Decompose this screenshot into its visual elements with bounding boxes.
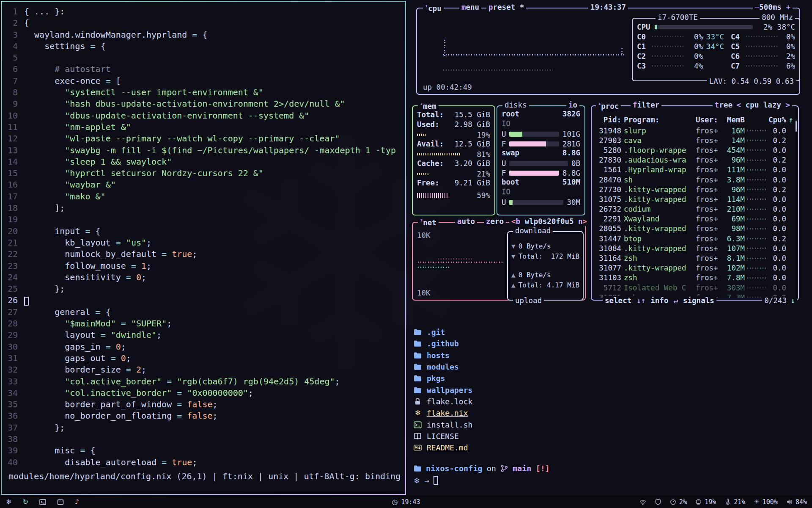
editor-line[interactable]: 6 # autostart bbox=[2, 64, 405, 75]
net-auto-toggle[interactable]: auto bbox=[455, 217, 477, 226]
header-pid[interactable]: Pid: bbox=[596, 116, 621, 124]
menu-button[interactable]: menu bbox=[459, 3, 481, 12]
scroll-down-icon[interactable]: ↓ bbox=[788, 296, 797, 305]
volume-module[interactable]: 84% bbox=[786, 498, 807, 506]
editor-line[interactable]: 34 "col.inactive_border" = "0x00000000"; bbox=[2, 387, 405, 399]
process-row[interactable]: 31084.kitty-wrappedfros+107M0.0 bbox=[596, 243, 795, 253]
cpu-module[interactable]: 2% bbox=[670, 498, 687, 506]
interval-increase-icon[interactable]: + bbox=[786, 3, 790, 11]
editor-line[interactable]: 32 border_size = 2; bbox=[2, 364, 405, 375]
scroll-up-icon[interactable]: ↑ bbox=[789, 116, 795, 124]
net-zero-toggle[interactable]: zero bbox=[484, 217, 506, 226]
signals-button[interactable]: signals bbox=[683, 296, 714, 305]
process-row[interactable]: 31948slurpfros+16M0.0 bbox=[596, 126, 795, 135]
editor-line[interactable]: 10 "dbus-update-activation-environment -… bbox=[2, 110, 405, 121]
editor-line[interactable]: 8 "systemctl --user import-environment &… bbox=[2, 87, 405, 98]
editor-line[interactable]: 2{ bbox=[2, 17, 405, 29]
temperature-module[interactable]: 21% bbox=[724, 498, 745, 506]
header-mem[interactable]: MemB bbox=[722, 116, 745, 124]
editor-line[interactable]: 9 "hash dbus-update-activation-environme… bbox=[2, 98, 405, 110]
editor-line[interactable]: 15 "hyprctl setcursor Nordzy-cursors 22 … bbox=[2, 168, 405, 179]
preset-button[interactable]: preset * bbox=[486, 3, 526, 12]
music-note-icon[interactable]: ♪ bbox=[75, 499, 79, 505]
shell-input-line[interactable]: ❄ → bbox=[414, 476, 438, 485]
editor-line[interactable]: 17 "mako &" bbox=[2, 191, 405, 202]
editor-line[interactable]: 22 numlock_by_default = true; bbox=[2, 248, 405, 260]
editor-line[interactable]: 19 bbox=[2, 214, 405, 225]
process-row[interactable]: 2291Xwaylandfros+69M0.0 bbox=[596, 214, 795, 224]
header-cpu[interactable]: Cpu% bbox=[768, 116, 786, 124]
editor-line[interactable]: 33 "col.active_border" = "rgb(cba6f7) rg… bbox=[2, 376, 405, 387]
shield-tray-icon[interactable] bbox=[655, 499, 661, 505]
editor-line[interactable]: 12 "wl-paste --primary --watch wl-copy -… bbox=[2, 133, 405, 144]
editor-line[interactable]: 18 ]; bbox=[2, 202, 405, 214]
info-button[interactable]: info bbox=[650, 296, 668, 305]
interval-decrease-icon[interactable]: ─ bbox=[755, 3, 760, 11]
process-row[interactable]: 27903cavafros+14M0.2 bbox=[596, 135, 795, 145]
window-icon[interactable] bbox=[57, 499, 64, 505]
editor-line[interactable]: 4 settings = { bbox=[2, 41, 405, 52]
process-row[interactable]: 5280.floorp-wrappefros+454M0.0 bbox=[596, 145, 795, 155]
process-row[interactable]: 31103zshfros+7.8M0.0 bbox=[596, 273, 795, 283]
editor-line[interactable]: 39 misc = { bbox=[2, 445, 405, 456]
process-row[interactable]: 31447btopfros+6.3M0.2 bbox=[596, 234, 795, 243]
editor-line[interactable]: 31 gaps_out = 0; bbox=[2, 353, 405, 364]
header-user[interactable]: User: bbox=[696, 116, 719, 124]
editor-line[interactable]: 13 "swaybg -m fill -i $(find ~/Pictures/… bbox=[2, 145, 405, 156]
sort-selector[interactable]: < cpu lazy > bbox=[735, 100, 792, 110]
io-mode-toggle[interactable]: io bbox=[566, 100, 579, 110]
editor-line[interactable]: 26 bbox=[2, 295, 405, 306]
net-interface-selector[interactable]: <b wlp0s20f0u5 n> bbox=[509, 217, 589, 226]
editor-line[interactable]: 35 border_part_of_window = false; bbox=[2, 399, 405, 410]
sort-next-icon[interactable]: > bbox=[785, 101, 790, 109]
header-program[interactable]: Program: bbox=[624, 116, 693, 124]
nix-launcher-icon[interactable]: ❄ bbox=[6, 499, 11, 505]
editor-line[interactable]: 21 kb_layout = "us"; bbox=[2, 237, 405, 248]
process-row[interactable]: 31075.kitty-wrappedfros+114M0.0 bbox=[596, 194, 795, 204]
process-row[interactable]: 31164zshfros+8.1M0.0 bbox=[596, 253, 795, 263]
proc-box-title[interactable]: ⁴proc bbox=[596, 100, 621, 111]
process-row[interactable]: 27730.kitty-wrappedfros+96M0.2 bbox=[596, 185, 795, 194]
iface-next-button[interactable]: n bbox=[578, 217, 583, 226]
editor-line[interactable]: 40 disable_autoreload = true; bbox=[2, 457, 405, 468]
select-button[interactable]: select bbox=[605, 296, 631, 305]
editor-line[interactable]: 20 input = { bbox=[2, 226, 405, 237]
editor-line[interactable]: 36 no_border_on_floating = false; bbox=[2, 410, 405, 422]
clock-module[interactable]: ◷ 19:43 bbox=[392, 496, 420, 508]
iface-prev-button[interactable]: b bbox=[516, 217, 521, 226]
updates-refresh-icon[interactable]: ↻ bbox=[22, 499, 28, 505]
editor-line[interactable]: 16 "waybar &" bbox=[2, 179, 405, 190]
sort-prev-icon[interactable]: < bbox=[737, 101, 741, 109]
net-box-title[interactable]: ³net bbox=[418, 217, 439, 227]
editor-line[interactable]: 37 }; bbox=[2, 422, 405, 433]
memory-module[interactable]: 19% bbox=[695, 498, 716, 506]
editor-line[interactable]: 29 layout = "dwindle"; bbox=[2, 329, 405, 341]
editor-line[interactable]: 27 general = { bbox=[2, 306, 405, 318]
cpu-box-title[interactable]: ¹cpu bbox=[423, 3, 444, 13]
wifi-tray-icon[interactable] bbox=[639, 499, 646, 505]
terminal-window[interactable]: .git.githubhostsmodulespkgswallpapersfla… bbox=[407, 319, 812, 496]
process-row[interactable]: 5712Isolated Web Cfros+303M0.0 bbox=[596, 283, 795, 293]
update-interval-control[interactable]: ─500ms + bbox=[753, 3, 793, 12]
editor-line[interactable]: 25 }; bbox=[2, 283, 405, 295]
editor-line[interactable]: 1{ ... }: bbox=[2, 6, 405, 17]
editor-line[interactable]: 28 "$mainMod" = "SUPER"; bbox=[2, 318, 405, 329]
editor-line[interactable]: 24 sensitivity = 0; bbox=[2, 272, 405, 283]
editor-line[interactable]: 38 bbox=[2, 433, 405, 445]
editor-window[interactable]: 1{ ... }:2{3 wayland.windowManager.hyprl… bbox=[1, 1, 406, 495]
process-row[interactable]: 28055.kitty-wrappedfros+98M0.0 bbox=[596, 224, 795, 234]
editor-line[interactable]: 3 wayland.windowManager.hyprland = { bbox=[2, 29, 405, 41]
terminal-icon[interactable] bbox=[39, 499, 46, 505]
editor-line[interactable]: 5 bbox=[2, 52, 405, 64]
filter-button[interactable]: filter bbox=[631, 100, 661, 110]
proc-scrollbar[interactable] bbox=[796, 121, 797, 132]
process-row[interactable]: 28470shfros+3.8M0.0 bbox=[596, 175, 795, 185]
process-row[interactable]: 26732codiumfros+210M0.0 bbox=[596, 204, 795, 214]
editor-line[interactable]: 23 follow_mouse = 1; bbox=[2, 260, 405, 272]
process-row[interactable]: 1561.Hyprland-wrapfros+111M0.0 bbox=[596, 165, 795, 175]
disks-box-title[interactable]: disks bbox=[502, 100, 529, 110]
mem-box-title[interactable]: ²mem bbox=[418, 100, 439, 111]
editor-line[interactable]: 30 gaps_in = 0; bbox=[2, 341, 405, 353]
editor-line[interactable]: 7 exec-once = [ bbox=[2, 75, 405, 87]
editor-line[interactable]: 11 "nm-applet &" bbox=[2, 121, 405, 133]
